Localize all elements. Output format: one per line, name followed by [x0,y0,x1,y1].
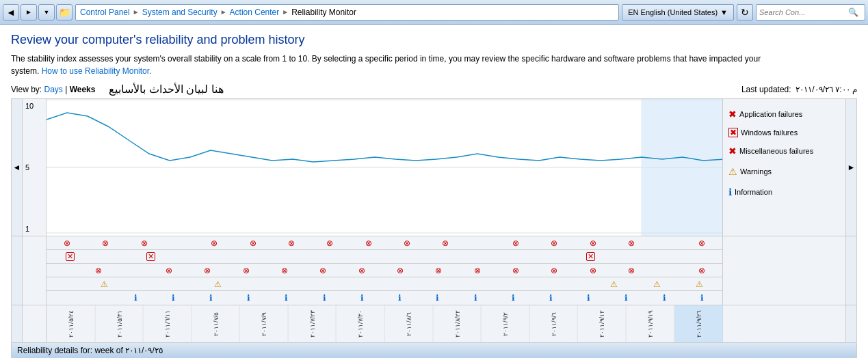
w-16: ⚠ [610,279,618,289]
date-2: ٢٠١١/٥/٣١ [95,305,144,342]
back-button[interactable]: ◄ [3,4,19,20]
warning-icon: ⚠ [728,162,737,181]
mf-9: ⊗ [358,266,365,275]
mf-14: ⊗ [551,266,557,275]
i-15: ℹ [587,293,590,303]
mf-13: ⊗ [512,266,519,275]
search-icon: 🔍 [848,8,858,17]
chart-right-arrow[interactable]: ► [845,99,856,236]
chart-body: ◄ 10 5 1 [12,99,856,236]
w-2: ⚠ [101,279,108,289]
search-input[interactable] [759,8,848,16]
y-label-5: 5 [25,163,43,171]
i-4: ℹ [172,293,175,303]
af-8: ⊗ [326,238,333,248]
wf-1: ✕ [66,252,75,261]
view-weeks-link[interactable]: Weeks [70,85,96,94]
language-selector[interactable]: EN English (United States) ▼ [622,4,734,20]
date-legend-spacer [722,305,845,342]
i-3: ℹ [134,293,137,303]
nav-buttons: ◄ ► ▼ 📁 [3,4,73,20]
breadcrumb-action-center[interactable]: Action Center [230,8,280,17]
legend-warnings: ⚠ Warnings [728,162,840,181]
legend-misc-failures-label: Miscellaneous failures [739,143,813,159]
af-2: ⊗ [102,238,109,248]
legend-windows-failures: ✖ Windows failures [728,125,840,140]
lang-dropdown-icon: ▼ [720,8,728,16]
wf-15: ✕ [586,252,595,261]
chart-graph-area[interactable] [47,99,722,236]
legend-warnings-label: Warnings [740,164,772,179]
chart-y-axis: 10 5 1 [23,99,47,236]
last-updated: Last updated: م ٧:٠٠ ٢٠١١/٠٩/٢٦ [224,85,857,94]
breadcrumb-control-panel[interactable]: Control Panel [80,8,130,17]
af-7: ⊗ [288,238,295,248]
details-header-text: Reliability details for: week of ٢٠١١/٠٩… [17,346,163,355]
last-updated-label: Last updated: [741,85,791,94]
mf-16: ⊗ [628,266,635,275]
windows-failure-icon: ✖ [728,128,738,137]
legend-application-failures: ✖ Application failures [728,105,840,124]
chart-left-arrow[interactable]: ◄ [12,99,23,236]
dropdown-button[interactable]: ▼ [38,4,55,20]
mf-18: ⊗ [698,266,705,275]
mf-11: ⊗ [435,266,442,275]
windows-failures-cells: ✕ ✕ ✕ [47,250,722,263]
details-header: Reliability details for: week of ٢٠١١/٠٩… [12,343,856,358]
view-days-link[interactable]: Days [44,85,62,94]
w-18: ⚠ [696,279,703,289]
arabic-annotation: هنا لبيان الأحداث بالأسابيع [109,83,223,96]
windows-failures-row: ✕ ✕ ✕ [47,250,722,264]
af-14: ⊗ [551,238,557,248]
mf-15: ⊗ [590,266,596,275]
info-row: ℹ ℹ ℹ ℹ ℹ ℹ ℹ ℹ ℹ ℹ ℹ ℹ ℹ ℹ ℹ [47,291,722,305]
breadcrumb-sep-1: ► [133,8,140,16]
breadcrumb-system-security[interactable]: System and Security [142,8,218,17]
i-12: ℹ [474,293,477,303]
refresh-icon: ↻ [741,7,749,18]
misc-failures-cells: ⊗ ⊗ ⊗ ⊗ ⊗ ⊗ ⊗ ⊗ ⊗ ⊗ ⊗ ⊗ ⊗ ⊗ [47,264,722,277]
date-6: ٢٠١١/٧/٢٣ [288,305,337,342]
i-10: ℹ [398,293,402,303]
date-cells-area: ٢٠١١/٥/٢٤ ٢٠١١/٥/٣١ ٢٠١١/٦/١١ ٢٠١١/٧/٥ ٢… [47,305,722,342]
mf-4: ⊗ [166,266,172,275]
page-title: Review your computer's reliability and p… [11,33,857,47]
date-7: ٢٠١١/٧/٣٠ [336,305,384,342]
y-label-1: 1 [25,225,43,233]
reliability-monitor-link[interactable]: How to use Reliability Monitor. [42,66,152,76]
events-left-spacer [12,236,23,305]
af-3: ⊗ [141,238,148,248]
events-grid-area: ⊗ ⊗ ⊗ ⊗ ⊗ ⊗ ⊗ ⊗ ⊗ ⊗ ⊗ ⊗ ⊗ [47,236,722,305]
refresh-button[interactable]: ↻ [737,4,753,20]
i-17: ℹ [663,293,666,303]
mf-10: ⊗ [397,266,404,275]
date-12: ٢٠١١/٩/١٢ [577,305,626,342]
description: The stability index assesses your system… [11,53,763,77]
breadcrumb-sep-2: ► [220,8,227,16]
i-7: ℹ [285,293,288,303]
wf-3: ✕ [146,252,155,261]
legend-app-failures-label: Application failures [739,107,802,122]
folder-icon: 📁 [56,4,73,20]
legend-information-label: Information [735,184,772,199]
view-by-row: View by: Days | Weeks هنا لبيان الأحداث … [11,83,857,96]
i-9: ℹ [360,293,364,303]
i-16: ℹ [624,293,628,303]
search-box: 🔍 [756,4,865,20]
i-6: ℹ [247,293,250,303]
app-failures-cells: ⊗ ⊗ ⊗ ⊗ ⊗ ⊗ ⊗ ⊗ ⊗ ⊗ ⊗ ⊗ ⊗ [47,236,722,249]
date-10: ٢٠١١/٩/٢ [481,305,529,342]
i-14: ℹ [549,293,553,303]
y-label-10: 10 [25,102,43,110]
date-13: ٢٠١١/٩/١٩ [626,305,674,342]
app-failure-icon: ✖ [728,105,737,124]
forward-button[interactable]: ► [21,4,37,20]
chart-legend: ✖ Application failures ✖ Windows failure… [722,99,845,236]
misc-failures-row: ⊗ ⊗ ⊗ ⊗ ⊗ ⊗ ⊗ ⊗ ⊗ ⊗ ⊗ ⊗ ⊗ ⊗ [47,264,722,277]
af-9: ⊗ [365,238,372,248]
date-9: ٢٠١١/٨/٢٢ [433,305,482,342]
app-failures-row: ⊗ ⊗ ⊗ ⊗ ⊗ ⊗ ⊗ ⊗ ⊗ ⊗ ⊗ ⊗ ⊗ [47,236,722,250]
main-content: Review your computer's reliability and p… [0,25,868,358]
events-section: ⊗ ⊗ ⊗ ⊗ ⊗ ⊗ ⊗ ⊗ ⊗ ⊗ ⊗ ⊗ ⊗ [12,236,856,305]
af-11: ⊗ [442,238,449,248]
